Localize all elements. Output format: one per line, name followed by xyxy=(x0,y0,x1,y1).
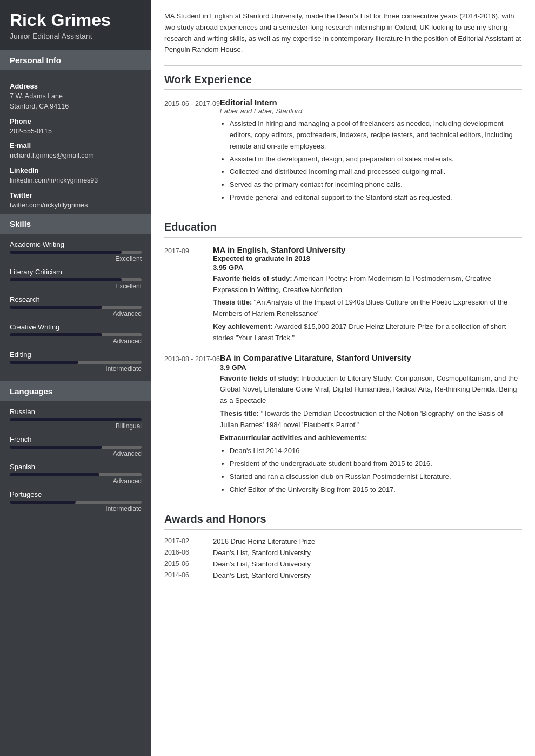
skill-item-1: Literary Criticism Excellent xyxy=(10,268,142,290)
skills-heading: Skills xyxy=(0,214,151,234)
skill-bar-fill-1 xyxy=(10,278,122,281)
edu-extra-bullet: President of the undergraduate student b… xyxy=(230,458,522,470)
skill-item-0: Academic Writing Excellent xyxy=(10,240,142,262)
skill-level-1: Excellent xyxy=(10,282,142,290)
jobs-container: 2015-06 - 2017-09 Editorial Intern Faber… xyxy=(164,98,522,205)
edu-gpa-1: 3.9 GPA xyxy=(220,363,522,372)
lang-bar-bg-2 xyxy=(10,473,142,476)
edu-expected-0: Expected to graduate in 2018 xyxy=(213,254,522,262)
edu-date-1: 2013-08 - 2017-06 xyxy=(164,353,220,497)
edu-extra-bullet: Dean's List 2014-2016 xyxy=(230,446,522,457)
job-entry-0: 2015-06 - 2017-09 Editorial Intern Faber… xyxy=(164,98,522,205)
divider-work xyxy=(164,65,522,66)
edu-achievement-0: Key achievement: Awarded $15,000 2017 Dr… xyxy=(213,321,522,344)
edu-gpa-0: 3.95 GPA xyxy=(213,264,522,272)
skill-item-4: Editing Intermediate xyxy=(10,350,142,373)
job-bullet: Collected and distributed incoming mail … xyxy=(230,166,522,178)
skill-bar-fill-4 xyxy=(10,361,78,364)
lang-name-1: French xyxy=(10,435,142,443)
job-content-0: Editorial Intern Faber and Faber, Stanfo… xyxy=(220,98,522,205)
phone-value: 202-555-0115 xyxy=(10,126,142,137)
edu-content-1: BA in Comparative Litarature, Stanford U… xyxy=(220,353,522,497)
awards-container: 2017-02 2016 Drue Heinz Literature Prize… xyxy=(164,537,522,579)
award-date-0: 2017-02 xyxy=(164,537,213,545)
skill-bar-bg-4 xyxy=(10,361,142,364)
main-content: MA Student in English at Stanford Univer… xyxy=(151,0,535,756)
address-line1: 7 W. Adams Lane xyxy=(10,91,142,102)
lang-bar-fill-1 xyxy=(10,446,102,449)
lang-item-3: Portugese Intermediate xyxy=(10,490,142,512)
award-text-2: Dean's List, Stanford University xyxy=(213,560,311,568)
candidate-title: Junior Editorial Assistant xyxy=(10,32,142,40)
award-entry-3: 2014-06 Dean's List, Stanford University xyxy=(164,571,522,579)
sidebar: Rick Grimes Junior Editorial Assistant P… xyxy=(0,0,151,756)
lang-bar-bg-1 xyxy=(10,446,142,449)
skill-bar-bg-1 xyxy=(10,278,142,281)
skill-item-3: Creative Writing Advanced xyxy=(10,323,142,345)
edu-entry-1: 2013-08 - 2017-06 BA in Comparative Lita… xyxy=(164,353,522,497)
edu-title-1: BA in Comparative Litarature, Stanford U… xyxy=(220,353,522,362)
divider-education xyxy=(164,213,522,213)
languages-section: Russian Billingual French Advanced Spani… xyxy=(0,401,151,521)
job-bullet: Assisted in the development, design, and… xyxy=(230,154,522,165)
edu-title-0: MA in English, Stanford University xyxy=(213,245,522,254)
divider-awards xyxy=(164,505,522,505)
lang-level-2: Advanced xyxy=(10,477,142,485)
twitter-value: twitter.com/rickyfillygrimes xyxy=(10,200,142,211)
skill-level-4: Intermediate xyxy=(10,365,142,373)
edu-thesis-0: Thesis title: "An Analysis of the Impact… xyxy=(213,297,522,320)
job-bullet: Served as the primary contact for incomi… xyxy=(230,179,522,191)
skill-bar-bg-2 xyxy=(10,306,142,309)
linkedin-label: LinkedIn xyxy=(10,166,142,174)
email-label: E-mail xyxy=(10,141,142,150)
award-date-1: 2016-06 xyxy=(164,549,213,557)
skill-name-1: Literary Criticism xyxy=(10,268,142,276)
edu-extra-list-1: Dean's List 2014-2016President of the un… xyxy=(220,446,522,495)
linkedin-value: linkedin.com/in/rickygrimes93 xyxy=(10,176,142,186)
skill-bar-fill-3 xyxy=(10,333,102,336)
twitter-label: Twitter xyxy=(10,191,142,199)
summary-text: MA Student in English at Stanford Univer… xyxy=(164,11,522,56)
edu-fields-1: Favorite fields of study: Introduction t… xyxy=(220,373,522,407)
phone-label: Phone xyxy=(10,117,142,125)
award-date-2: 2015-06 xyxy=(164,560,213,568)
award-text-0: 2016 Drue Heinz Literature Prize xyxy=(213,537,315,545)
job-bullet: Assisted in hiring and managing a pool o… xyxy=(230,118,522,152)
job-date-0: 2015-06 - 2017-09 xyxy=(164,98,220,205)
edu-extracurricular-label-1: Extracurricular activities and achieveme… xyxy=(220,433,522,444)
lang-item-0: Russian Billingual xyxy=(10,408,142,430)
award-entry-0: 2017-02 2016 Drue Heinz Literature Prize xyxy=(164,537,522,545)
skill-level-2: Advanced xyxy=(10,310,142,318)
award-entry-1: 2016-06 Dean's List, Stanford University xyxy=(164,549,522,557)
education-container: 2017-09 MA in English, Stanford Universi… xyxy=(164,245,522,497)
lang-item-2: Spanish Advanced xyxy=(10,463,142,485)
awards-heading: Awards and Honors xyxy=(164,513,522,530)
job-bullets-0: Assisted in hiring and managing a pool o… xyxy=(220,118,522,204)
edu-thesis-1: Thesis title: "Towards the Derridian Dec… xyxy=(220,408,522,431)
lang-level-1: Advanced xyxy=(10,450,142,457)
address-label: Address xyxy=(10,82,142,90)
lang-level-0: Billingual xyxy=(10,422,142,430)
lang-level-3: Intermediate xyxy=(10,505,142,512)
award-text-1: Dean's List, Stanford University xyxy=(213,549,311,557)
edu-fields-0: Favorite fields of study: American Poetr… xyxy=(213,273,522,296)
skill-name-2: Research xyxy=(10,295,142,303)
skill-bar-bg-0 xyxy=(10,251,142,254)
personal-info-section: Address 7 W. Adams Lane Stanford, CA 941… xyxy=(0,70,151,214)
skill-level-3: Advanced xyxy=(10,338,142,345)
lang-item-1: French Advanced xyxy=(10,435,142,457)
skill-bar-fill-0 xyxy=(10,251,122,254)
job-title-0: Editorial Intern xyxy=(220,98,522,107)
skills-section: Academic Writing Excellent Literary Crit… xyxy=(0,234,151,381)
email-value: richard.f.grimes@gmail.com xyxy=(10,151,142,161)
lang-bar-fill-0 xyxy=(10,418,142,421)
skill-name-4: Editing xyxy=(10,350,142,359)
edu-content-0: MA in English, Stanford University Expec… xyxy=(213,245,522,346)
lang-bar-fill-3 xyxy=(10,501,76,504)
award-date-3: 2014-06 xyxy=(164,571,213,579)
work-experience-heading: Work Experience xyxy=(164,73,522,90)
address-line2: Stanford, CA 94116 xyxy=(10,102,142,112)
lang-name-3: Portugese xyxy=(10,490,142,498)
lang-bar-fill-2 xyxy=(10,473,99,476)
skill-name-0: Academic Writing xyxy=(10,240,142,248)
